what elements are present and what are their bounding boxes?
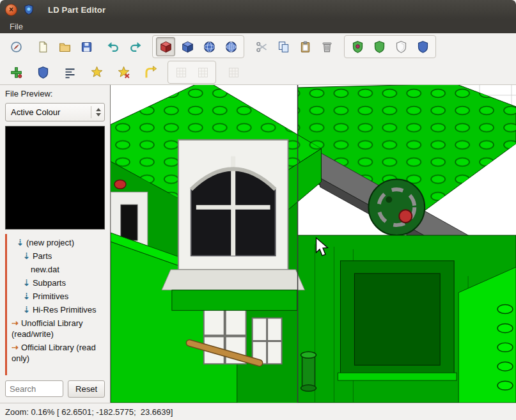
shield-white-button[interactable]: [391, 37, 410, 56]
tree-item-1[interactable]: ⇣Parts: [10, 249, 104, 263]
shield-check-button[interactable]: [33, 63, 52, 82]
bent-arrow-button[interactable]: [141, 63, 160, 82]
globe2-icon: [224, 40, 238, 54]
undo-button[interactable]: [104, 37, 123, 56]
down-arrow-icon: ⇣: [23, 305, 30, 315]
reset-button[interactable]: Reset: [68, 380, 105, 398]
tree-item-label: Hi-Res Primitives: [33, 305, 97, 315]
mode-cube-red-button[interactable]: [156, 37, 175, 56]
shield-icon: [416, 40, 430, 54]
tree-item-3[interactable]: ⇣Subparts: [10, 276, 104, 290]
cut-button[interactable]: [252, 37, 271, 56]
sync-button[interactable]: [6, 37, 26, 56]
content-area: File Preview: Active Colour ⇣(new projec…: [0, 85, 516, 403]
copy-icon: [277, 40, 290, 54]
app-logo-icon: [23, 4, 35, 15]
combo-spinner-icon[interactable]: [91, 106, 101, 118]
right-arrow-icon: ⇢: [12, 318, 19, 328]
shield-icon: [373, 40, 386, 54]
titlebar: × LD Part Editor: [0, 0, 516, 19]
tree-item-0[interactable]: ⇣(new project): [10, 236, 104, 249]
starx-icon: [117, 66, 130, 79]
bentarrow-icon: [144, 66, 157, 79]
open-file-button[interactable]: [55, 37, 74, 56]
star-delete-button[interactable]: [114, 63, 133, 82]
red-knob: [114, 180, 126, 189]
mode-globe-button[interactable]: [199, 37, 219, 56]
shield-blue-button[interactable]: [413, 37, 432, 56]
paste-button[interactable]: [295, 37, 315, 56]
dormer-window: [162, 140, 305, 311]
globe-icon: [203, 40, 216, 54]
toolbar2-group-2: [60, 63, 79, 82]
tree-item-label: Parts: [33, 251, 52, 261]
toolbar1-group-4: [252, 37, 336, 56]
mode-globe-axes-button[interactable]: [221, 37, 240, 56]
sidebar: File Preview: Active Colour ⇣(new projec…: [0, 85, 110, 403]
colour-preview-canvas[interactable]: [5, 126, 105, 229]
grid-dot-button[interactable]: [193, 63, 212, 82]
toolbar1-group-3: [152, 35, 244, 58]
tree-item-label: Unofficial Library (read/write): [12, 318, 83, 339]
tree-item-7[interactable]: ⇢Official Library (read only): [10, 341, 104, 365]
spin-up-icon[interactable]: [96, 108, 101, 111]
cube-icon: [181, 40, 194, 54]
tree-item-5[interactable]: ⇣Hi-Res Primitives: [10, 303, 104, 316]
zoom-status: Zoom: 0.16% [ 62.6501; -182.5775; 23.663…: [5, 407, 173, 417]
scissors-icon: [255, 40, 269, 54]
redo-button[interactable]: [125, 37, 145, 56]
down-arrow-icon: ⇣: [23, 278, 30, 288]
copy-button[interactable]: [274, 37, 293, 56]
undo-icon: [107, 40, 120, 54]
toolbar1-group-1: [33, 37, 96, 56]
star-tool-button[interactable]: [87, 63, 106, 82]
grid-button[interactable]: [171, 63, 191, 82]
delete-button[interactable]: [317, 37, 336, 56]
plus-icon: [10, 66, 23, 79]
toolbar2-group-3: [87, 63, 106, 82]
lines-icon: [63, 66, 77, 79]
tree-item-label: Primitives: [33, 292, 68, 301]
trash-icon: [320, 40, 334, 54]
spin-down-icon[interactable]: [96, 113, 101, 116]
new-file-button[interactable]: [33, 37, 52, 56]
mode-cube-blue-button[interactable]: [178, 37, 197, 56]
tree-item-label: (new project): [26, 238, 74, 247]
search-row: Reset: [5, 380, 105, 398]
right-arrow-icon: ⇢: [12, 343, 19, 352]
menu-file[interactable]: File: [4, 20, 29, 33]
tree-item-4[interactable]: ⇣Primitives: [10, 290, 104, 303]
down-arrow-icon: ⇣: [23, 292, 30, 301]
project-tree: ⇣(new project)⇣Partsnew.dat⇣Subparts⇣Pri…: [5, 234, 105, 375]
menubar: File: [0, 19, 516, 33]
close-button[interactable]: ×: [5, 4, 17, 16]
app-icon: [23, 4, 35, 15]
grid-icon: [227, 66, 240, 79]
shield-icon: [36, 66, 50, 79]
toolbar-row-2: [0, 60, 516, 85]
compass-icon: [10, 40, 23, 54]
colour-combo-value: Active Colour: [11, 107, 60, 117]
shield-green-button[interactable]: [370, 37, 389, 56]
3d-viewport[interactable]: [110, 85, 516, 403]
toolbar2-group-7: [224, 63, 243, 82]
down-arrow-icon: ⇣: [17, 238, 24, 247]
shield-icon: [351, 40, 364, 54]
toolbar2-group-5: [141, 63, 160, 82]
page-icon: [36, 40, 50, 54]
save-button[interactable]: [77, 37, 96, 56]
colour-combo[interactable]: Active Colour: [5, 103, 105, 121]
grid-alt-button[interactable]: [224, 63, 243, 82]
tree-item-2[interactable]: new.dat: [10, 263, 104, 276]
floppy-icon: [80, 40, 93, 54]
toolbar1-group-0: [6, 37, 26, 56]
shield-green-dot-button[interactable]: [348, 37, 367, 56]
folder-icon: [58, 40, 72, 54]
add-part-button[interactable]: [6, 63, 26, 82]
train-wheel: [368, 179, 425, 235]
paste-icon: [299, 40, 312, 54]
search-input[interactable]: [5, 380, 63, 397]
tree-item-6[interactable]: ⇢Unofficial Library (read/write): [10, 316, 104, 341]
text-lines-button[interactable]: [60, 63, 79, 82]
tree-item-label: new.dat: [31, 265, 59, 274]
